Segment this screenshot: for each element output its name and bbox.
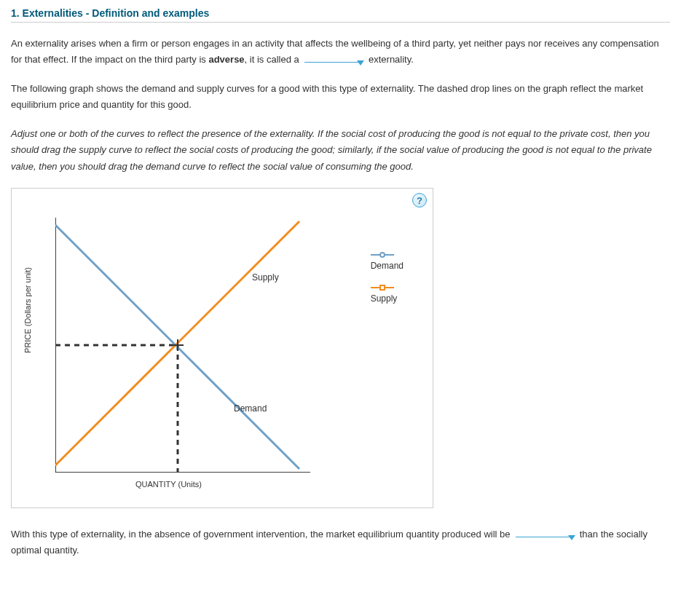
legend: Demand Supply [371,254,404,304]
quantity-comparison-dropdown[interactable] [516,537,574,537]
adverse-bold: adverse [208,54,244,65]
para1-end: externality. [366,54,414,65]
demand-curve-label: Demand [234,403,267,414]
para1-pre: An externality arises when a firm or per… [11,38,659,65]
chevron-down-icon [357,60,364,66]
y-axis-label: PRICE (Dollars per unit) [23,267,32,353]
graph-description-paragraph: The following graph shows the demand and… [11,81,670,113]
chevron-down-icon [568,535,575,540]
legend-demand-label: Demand [371,261,404,271]
x-axis-label: QUANTITY (Units) [135,480,202,489]
question-title: 1. Externalities - Definition and exampl… [11,7,670,19]
supply-curve-label: Supply [252,272,279,283]
para1-post: , it is called a [245,54,302,65]
legend-item-supply[interactable] [371,287,404,288]
legend-swatch-demand [371,254,394,256]
graph-container: ? PRICE (Dollars per unit) QUANTITY (Uni… [11,188,433,508]
externality-type-dropdown[interactable] [304,62,363,63]
help-button[interactable]: ? [412,193,427,208]
demand-marker-icon [379,252,385,258]
legend-supply-label: Supply [371,293,404,304]
supply-marker-icon [379,285,385,291]
chart-plot[interactable] [55,218,310,473]
title-rule [11,22,670,23]
legend-item-demand[interactable] [371,254,404,256]
para4-pre: With this type of externality, in the ab… [11,529,513,540]
instruction-paragraph: Adjust one or both of the curves to refl… [11,126,670,174]
legend-swatch-supply [371,287,394,288]
conclusion-paragraph: With this type of externality, in the ab… [11,526,670,558]
intro-paragraph: An externality arises when a firm or per… [11,36,670,68]
